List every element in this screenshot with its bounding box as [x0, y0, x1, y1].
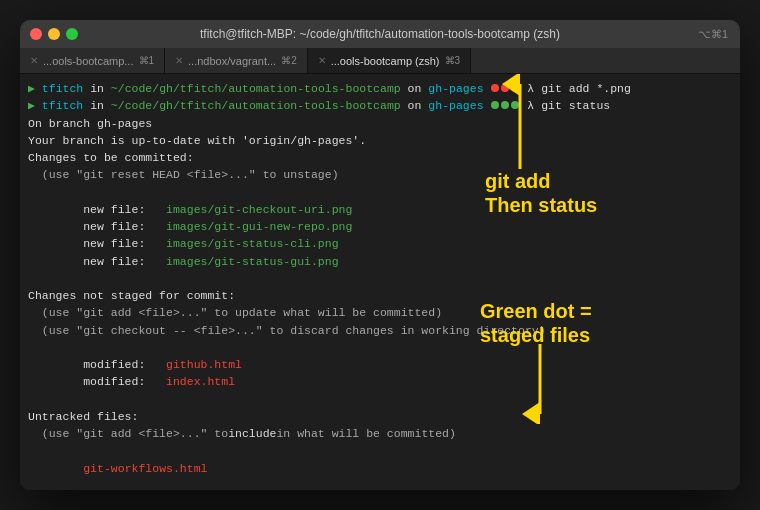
terminal-line: new file: images/git-checkout-uri.png [28, 201, 732, 218]
terminal-line: modified: index.html [28, 373, 732, 390]
tab-1-kbd: ⌘1 [139, 55, 155, 66]
terminal-line: Your branch is up-to-date with 'origin/g… [28, 132, 732, 149]
tab-2[interactable]: ✕ ...ndbox/vagrant... ⌘2 [165, 48, 308, 73]
terminal-line: Changes not staged for commit: [28, 287, 732, 304]
terminal-line: (use "git reset HEAD <file>..." to unsta… [28, 166, 732, 183]
terminal-line [28, 184, 732, 201]
tab-close-icon[interactable]: ✕ [30, 55, 38, 66]
tab-bar: ✕ ...ools-bootcamp... ⌘1 ✕ ...ndbox/vagr… [20, 48, 740, 74]
terminal-line: (use "git checkout -- <file>..." to disc… [28, 322, 732, 339]
terminal-line [28, 270, 732, 287]
terminal-line: ▶ tfitch in ~/code/gh/tfitch/automation-… [28, 80, 732, 97]
tab-2-close-icon[interactable]: ✕ [175, 55, 183, 66]
tab-1[interactable]: ✕ ...ools-bootcamp... ⌘1 [20, 48, 165, 73]
terminal-line [28, 477, 732, 490]
minimize-button[interactable] [48, 28, 60, 40]
window-title: tfitch@tfitch-MBP: ~/code/gh/tfitch/auto… [200, 27, 560, 41]
tab-3[interactable]: ✕ ...ools-bootcamp (zsh) ⌘3 [308, 48, 471, 73]
terminal-line: (use "git add <file>..." to include in w… [28, 425, 732, 442]
keyboard-shortcut: ⌥⌘1 [698, 28, 728, 41]
tab-2-kbd: ⌘2 [281, 55, 297, 66]
terminal-window: tfitch@tfitch-MBP: ~/code/gh/tfitch/auto… [20, 20, 740, 490]
tab-2-label: ...ndbox/vagrant... [188, 55, 276, 67]
terminal-line: modified: github.html [28, 356, 732, 373]
terminal-line: Changes to be committed: [28, 149, 732, 166]
terminal-line: new file: images/git-status-gui.png [28, 253, 732, 270]
titlebar: tfitch@tfitch-MBP: ~/code/gh/tfitch/auto… [20, 20, 740, 48]
close-button[interactable] [30, 28, 42, 40]
terminal-line: new file: images/git-gui-new-repo.png [28, 218, 732, 235]
maximize-button[interactable] [66, 28, 78, 40]
tab-3-close-icon[interactable]: ✕ [318, 55, 326, 66]
terminal-content[interactable]: ▶ tfitch in ~/code/gh/tfitch/automation-… [20, 74, 740, 490]
tab-3-label: ...ools-bootcamp (zsh) [331, 55, 440, 67]
terminal-line: (use "git add <file>..." to update what … [28, 304, 732, 321]
terminal-line [28, 391, 732, 408]
terminal-line: new file: images/git-status-cli.png [28, 235, 732, 252]
traffic-lights [30, 28, 78, 40]
terminal-line [28, 339, 732, 356]
terminal-line: git-workflows.html [28, 460, 732, 477]
terminal-line [28, 442, 732, 459]
tab-1-label: ...ools-bootcamp... [43, 55, 134, 67]
tab-3-kbd: ⌘3 [445, 55, 461, 66]
terminal-line: ▶ tfitch in ~/code/gh/tfitch/automation-… [28, 97, 732, 114]
terminal-line: Untracked files: [28, 408, 732, 425]
terminal-line: On branch gh-pages [28, 115, 732, 132]
